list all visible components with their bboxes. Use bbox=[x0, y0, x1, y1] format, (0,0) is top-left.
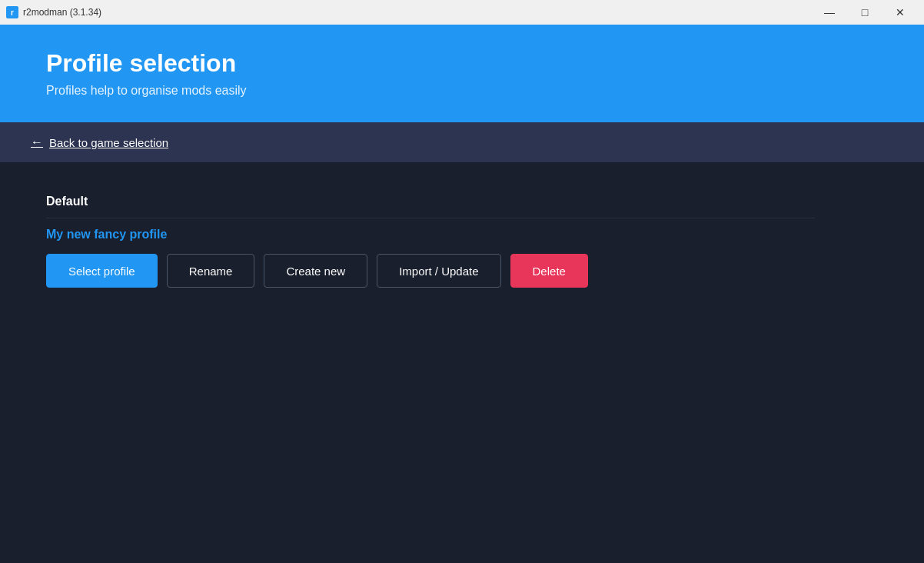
profile-list: Default My new fancy profile Select prof… bbox=[46, 185, 815, 297]
app-title: r2modman (3.1.34) bbox=[23, 7, 101, 18]
back-arrow-icon: ← bbox=[31, 135, 43, 149]
profile-name-default: Default bbox=[46, 195, 815, 208]
maximize-button[interactable]: □ bbox=[847, 0, 882, 25]
page-subtitle: Profiles help to organise mods easily bbox=[46, 84, 878, 98]
app-icon: r bbox=[6, 6, 18, 18]
delete-button[interactable]: Delete bbox=[510, 254, 588, 288]
profile-item-selected: My new fancy profile Select profile Rena… bbox=[46, 218, 815, 297]
profile-actions: Select profile Rename Create new Import … bbox=[46, 254, 815, 288]
profile-item-default: Default bbox=[46, 185, 815, 218]
close-button[interactable]: ✕ bbox=[882, 0, 918, 25]
title-bar-controls: — □ ✕ bbox=[812, 0, 918, 25]
main-content: Default My new fancy profile Select prof… bbox=[0, 162, 924, 563]
minimize-button[interactable]: — bbox=[812, 0, 847, 25]
page-title: Profile selection bbox=[46, 49, 878, 78]
title-bar-left: r r2modman (3.1.34) bbox=[6, 6, 101, 18]
import-update-button[interactable]: Import / Update bbox=[377, 254, 500, 288]
profile-name-selected[interactable]: My new fancy profile bbox=[46, 228, 815, 242]
back-link-label: Back to game selection bbox=[49, 136, 168, 149]
title-bar: r r2modman (3.1.34) — □ ✕ bbox=[0, 0, 924, 25]
back-to-game-selection-link[interactable]: ← Back to game selection bbox=[31, 135, 168, 149]
rename-button[interactable]: Rename bbox=[167, 254, 255, 288]
header-section: Profile selection Profiles help to organ… bbox=[0, 25, 924, 122]
nav-bar: ← Back to game selection bbox=[0, 122, 924, 162]
create-new-button[interactable]: Create new bbox=[264, 254, 367, 288]
select-profile-button[interactable]: Select profile bbox=[46, 254, 158, 288]
